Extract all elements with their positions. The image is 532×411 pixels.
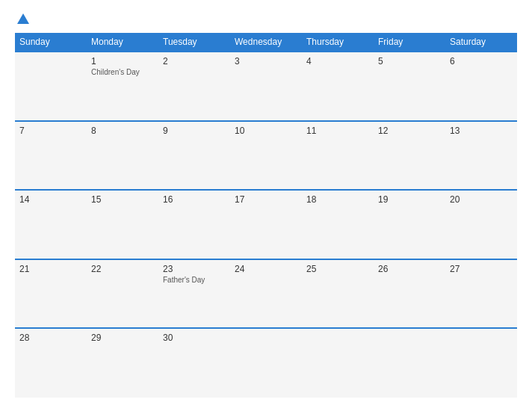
day-number: 3: [235, 56, 297, 67]
day-number: 22: [91, 264, 154, 274]
calendar-cell: 1Children's Day: [87, 52, 158, 121]
day-number: 25: [306, 264, 369, 274]
calendar-cell: 10: [230, 121, 302, 191]
day-number: 29: [91, 333, 154, 343]
day-number: 14: [19, 194, 82, 205]
page-header: [15, 13, 517, 25]
calendar-cell: [445, 328, 517, 398]
calendar-cell: 3: [230, 52, 302, 121]
calendar-cell: 20: [445, 190, 517, 259]
day-number: 21: [19, 264, 82, 274]
weekday-header: Monday: [87, 33, 158, 52]
calendar-body: 1Children's Day2345678910111213141516171…: [15, 52, 517, 398]
weekday-header: Wednesday: [230, 33, 302, 52]
calendar-cell: 27: [445, 259, 517, 329]
day-number: 12: [378, 126, 441, 136]
calendar-cell: 5: [374, 52, 445, 121]
holiday-label: Father's Day: [163, 276, 226, 284]
holiday-label: Children's Day: [91, 68, 154, 76]
day-number: 26: [378, 264, 441, 274]
weekday-header: Saturday: [445, 33, 517, 52]
weekday-header: Tuesday: [158, 33, 230, 52]
weekday-header: Sunday: [15, 33, 87, 52]
day-number: 5: [378, 56, 441, 67]
day-number: 17: [235, 194, 297, 205]
day-number: 24: [235, 264, 297, 274]
calendar-cell: 13: [445, 121, 517, 191]
day-number: 8: [91, 126, 154, 136]
day-number: 2: [163, 56, 226, 67]
calendar-cell: 2: [158, 52, 230, 121]
calendar-week-row: 1Children's Day23456: [15, 52, 517, 121]
calendar-cell: 21: [15, 259, 87, 329]
calendar-cell: 26: [374, 259, 445, 329]
day-number: 6: [450, 56, 513, 67]
day-number: 1: [91, 56, 154, 67]
day-number: 10: [235, 126, 297, 136]
calendar-cell: 9: [158, 121, 230, 191]
day-number: 19: [378, 194, 441, 205]
calendar-header: SundayMondayTuesdayWednesdayThursdayFrid…: [15, 33, 517, 52]
calendar-cell: 18: [302, 190, 374, 259]
calendar-table: SundayMondayTuesdayWednesdayThursdayFrid…: [15, 33, 517, 398]
calendar-cell: 29: [87, 328, 158, 398]
logo: [15, 13, 29, 25]
calendar-cell: 28: [15, 328, 87, 398]
logo-triangle-icon: [17, 13, 29, 24]
calendar-cell: 12: [374, 121, 445, 191]
calendar-week-row: 78910111213: [15, 121, 517, 191]
weekday-header: Thursday: [302, 33, 374, 52]
calendar-cell: [230, 328, 302, 398]
day-number: 28: [19, 333, 82, 343]
calendar-cell: 25: [302, 259, 374, 329]
calendar-cell: 15: [87, 190, 158, 259]
calendar-cell: 4: [302, 52, 374, 121]
day-number: 15: [91, 194, 154, 205]
calendar-week-row: 212223Father's Day24252627: [15, 259, 517, 329]
calendar-cell: 30: [158, 328, 230, 398]
day-number: 18: [306, 194, 369, 205]
calendar-cell: 19: [374, 190, 445, 259]
day-number: 27: [450, 264, 513, 274]
calendar-cell: 23Father's Day: [158, 259, 230, 329]
day-number: 13: [450, 126, 513, 136]
calendar-week-row: 14151617181920: [15, 190, 517, 259]
calendar-cell: 6: [445, 52, 517, 121]
day-number: 16: [163, 194, 226, 205]
calendar-week-row: 282930: [15, 328, 517, 398]
day-number: 23: [163, 264, 226, 274]
calendar-cell: [15, 52, 87, 121]
day-number: 20: [450, 194, 513, 205]
calendar-cell: 7: [15, 121, 87, 191]
calendar-cell: [302, 328, 374, 398]
calendar-cell: 16: [158, 190, 230, 259]
day-number: 11: [306, 126, 369, 136]
day-number: 9: [163, 126, 226, 136]
day-number: 4: [306, 56, 369, 67]
calendar-cell: 8: [87, 121, 158, 191]
weekday-header: Friday: [374, 33, 445, 52]
day-number: 7: [19, 126, 82, 136]
weekday-row: SundayMondayTuesdayWednesdayThursdayFrid…: [15, 33, 517, 52]
calendar-cell: 17: [230, 190, 302, 259]
calendar-cell: [374, 328, 445, 398]
calendar-cell: 24: [230, 259, 302, 329]
calendar-cell: 14: [15, 190, 87, 259]
calendar-cell: 11: [302, 121, 374, 191]
day-number: 30: [163, 333, 226, 343]
calendar-cell: 22: [87, 259, 158, 329]
